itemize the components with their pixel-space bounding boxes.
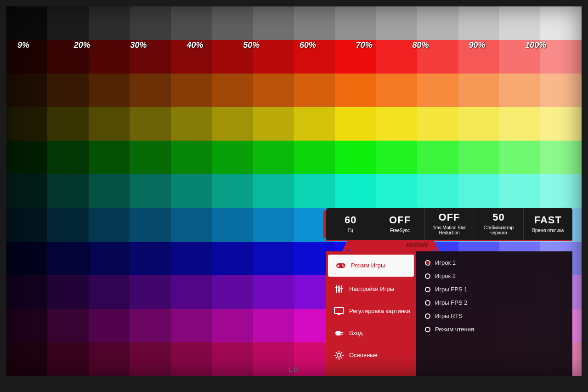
gamepad-icon <box>335 260 346 271</box>
menu-item-gear[interactable]: Основные <box>326 344 416 366</box>
submenu-item[interactable]: Игры RTS <box>423 309 565 323</box>
svg-rect-14 <box>340 334 343 335</box>
svg-point-4 <box>343 266 345 267</box>
submenu-item[interactable]: Игры FPS 1 <box>423 283 565 296</box>
osd-menu: Режим Игры Настройки Игры Регулировка ка… <box>326 251 416 376</box>
menu-item-label: Вход <box>349 330 362 337</box>
status-tile: OFF 1ms Motion Blur Reduction <box>425 208 474 240</box>
screen-content: 9%20%30%40%50%60%70%80%90%100% 60 ГцOFF … <box>6 6 582 376</box>
svg-rect-9 <box>338 290 340 291</box>
grayscale-label: 70% <box>356 40 413 50</box>
svg-rect-8 <box>335 287 338 288</box>
grayscale-label: 9% <box>17 40 74 50</box>
osd-body: Режим Игры Настройки Игры Регулировка ка… <box>326 251 572 376</box>
radio-icon <box>425 313 430 319</box>
grayscale-label: 30% <box>130 40 187 50</box>
display-icon <box>334 306 345 317</box>
sliders-icon <box>334 284 345 295</box>
menu-item-gamepad[interactable]: Режим Игры <box>328 255 414 277</box>
submenu-label: Игры FPS 2 <box>435 299 467 306</box>
status-label: FreeSync <box>378 228 421 233</box>
menu-item-display[interactable]: Регулировка картинки <box>326 300 416 322</box>
svg-rect-11 <box>334 307 344 313</box>
submenu-label: Игры RTS <box>435 312 463 319</box>
status-tile: 60 Гц <box>326 208 375 240</box>
status-value: FAST <box>526 214 570 226</box>
status-value: 50 <box>477 211 520 223</box>
radio-icon <box>425 327 430 332</box>
status-value: OFF <box>378 214 421 226</box>
menu-item-label: Режим Игры <box>351 262 385 269</box>
status-label: Гц <box>329 228 372 233</box>
plug-icon <box>334 328 345 339</box>
svg-point-15 <box>337 353 341 357</box>
submenu-item[interactable]: Игрок 2 <box>423 269 565 283</box>
submenu-label: Игрок 1 <box>435 259 456 266</box>
svg-point-3 <box>342 265 344 266</box>
grayscale-label: 20% <box>74 40 130 50</box>
svg-rect-10 <box>340 288 343 289</box>
menu-item-sliders[interactable]: Настройки Игры <box>326 278 416 300</box>
status-label: Стабилизатор черного <box>477 225 520 235</box>
svg-rect-13 <box>340 332 343 333</box>
svg-line-21 <box>341 357 342 358</box>
status-label: 1ms Motion Blur Reduction <box>428 225 471 235</box>
radio-icon <box>425 300 430 306</box>
svg-line-23 <box>336 357 337 358</box>
menu-item-label: Регулировка картинки <box>349 308 410 315</box>
submenu-item[interactable]: Игры FPS 2 <box>423 296 565 309</box>
status-value: OFF <box>428 211 471 223</box>
grayscale-label: 60% <box>300 40 356 50</box>
grayscale-labels: 9%20%30%40%50%60%70%80%90%100% <box>6 40 582 50</box>
submenu-item[interactable]: Игрок 1 <box>423 256 565 269</box>
status-value: 60 <box>329 214 372 226</box>
submenu-item[interactable]: Режим чтения <box>423 323 565 336</box>
submenu-label: Игры FPS 1 <box>435 286 467 293</box>
osd-status-bar: 60 ГцOFF FreeSyncOFF 1ms Motion Blur Red… <box>326 208 572 241</box>
radio-icon <box>425 273 430 279</box>
menu-item-label: Основные <box>349 352 378 359</box>
grayscale-label: 80% <box>413 40 469 50</box>
status-tile: OFF FreeSync <box>375 208 424 240</box>
grayscale-label: 90% <box>469 40 525 50</box>
svg-line-22 <box>341 352 342 353</box>
submenu-label: Игрок 2 <box>435 273 456 279</box>
radio-icon <box>425 260 430 266</box>
grayscale-label: 40% <box>187 40 243 50</box>
menu-item-label: Настройки Игры <box>349 286 394 293</box>
svg-rect-6 <box>339 285 340 293</box>
svg-rect-2 <box>337 266 339 267</box>
radio-icon <box>425 287 430 292</box>
status-tile: 50 Стабилизатор черного <box>474 208 523 240</box>
svg-rect-5 <box>336 285 337 293</box>
svg-line-20 <box>336 352 337 353</box>
grayscale-label: 100% <box>525 40 582 50</box>
menu-item-plug[interactable]: Вход <box>326 322 416 344</box>
osd-panel: 60 ГцOFF FreeSyncOFF 1ms Motion Blur Red… <box>326 208 572 376</box>
grayscale-label: 50% <box>243 40 300 50</box>
svg-rect-12 <box>338 314 340 315</box>
submenu-label: Режим чтения <box>435 326 474 333</box>
gear-icon <box>334 350 345 361</box>
status-label: Время отклика <box>526 228 570 233</box>
status-tile: FAST Время отклика <box>524 208 572 240</box>
osd-submenu: Игрок 1 Игрок 2 Игры FPS 1 Игры FPS 2 Иг… <box>416 251 572 376</box>
